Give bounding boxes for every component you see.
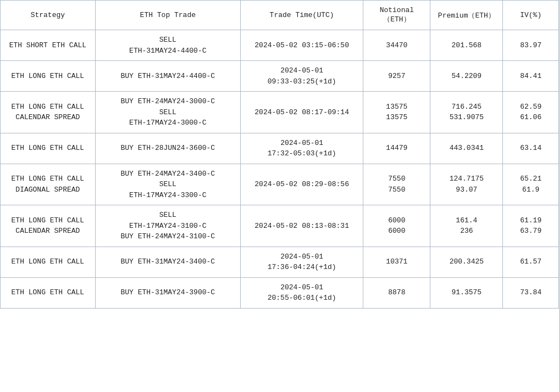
notional-cell: 10371 (363, 247, 430, 277)
time-cell: 2024-05-02 03:15-06:50 (240, 30, 363, 61)
time-cell: 2024-05-01 09:33-03:25(+1d) (240, 61, 363, 92)
premium-cell: 161.4236 (430, 205, 503, 247)
time-cell: 2024-05-02 08:13-08:31 (240, 205, 363, 247)
table-row: ETH LONG ETH CALLBUY ETH-31MAY24-4400-C2… (1, 61, 559, 92)
trade-cell: BUY ETH-31MAY24-3900-C (95, 277, 240, 308)
notional-cell: 8878 (363, 277, 430, 308)
table-row: ETH LONG ETH CALLBUY ETH-31MAY24-3900-C2… (1, 277, 559, 308)
iv-cell: 83.97 (503, 30, 559, 61)
iv-cell: 65.2161.9 (503, 164, 559, 205)
premium-cell: 200.3425 (430, 247, 503, 277)
trade-cell: SELLETH-31MAY24-4400-C (95, 30, 240, 61)
table-row: ETH LONG ETH CALLBUY ETH-31MAY24-3400-C2… (1, 247, 559, 277)
iv-cell: 63.14 (503, 133, 559, 164)
table-row: ETH SHORT ETH CALLSELLETH-31MAY24-4400-C… (1, 30, 559, 61)
premium-cell: 54.2209 (430, 61, 503, 92)
premium-cell: 201.568 (430, 30, 503, 61)
table-row: ETH LONG ETH CALLBUY ETH-28JUN24-3600-C2… (1, 133, 559, 164)
notional-cell: 75507550 (363, 164, 430, 205)
notional-cell: 34470 (363, 30, 430, 61)
trade-cell: SELLETH-17MAY24-3100-CBUY ETH-24MAY24-31… (95, 205, 240, 247)
notional-cell: 1357513575 (363, 92, 430, 133)
iv-cell: 61.57 (503, 247, 559, 277)
iv-cell: 73.84 (503, 277, 559, 308)
notional-cell: 60006000 (363, 205, 430, 247)
trade-cell: BUY ETH-31MAY24-4400-C (95, 61, 240, 92)
header-top-trade: ETH Top Trade (95, 1, 240, 30)
time-cell: 2024-05-02 08:17-09:14 (240, 92, 363, 133)
strategy-cell: ETH LONG ETH CALL (1, 277, 96, 308)
strategy-cell: ETH LONG ETH CALL DIAGONAL SPREAD (1, 164, 96, 205)
table-row: ETH LONG ETH CALL DIAGONAL SPREADBUY ETH… (1, 164, 559, 205)
strategy-cell: ETH LONG ETH CALL (1, 133, 96, 164)
header-premium: Premium（ETH） (430, 1, 503, 30)
time-cell: 2024-05-01 17:36-04:24(+1d) (240, 247, 363, 277)
header-iv: IV(%) (503, 1, 559, 30)
table-row: ETH LONG ETH CALL CALENDAR SPREADBUY ETH… (1, 92, 559, 133)
strategy-cell: ETH LONG ETH CALL (1, 61, 96, 92)
strategy-cell: ETH SHORT ETH CALL (1, 30, 96, 61)
strategy-cell: ETH LONG ETH CALL CALENDAR SPREAD (1, 92, 96, 133)
trade-cell: BUY ETH-24MAY24-3000-CSELLETH-17MAY24-30… (95, 92, 240, 133)
notional-cell: 14479 (363, 133, 430, 164)
iv-cell: 61.1963.79 (503, 205, 559, 247)
premium-cell: 443.0341 (430, 133, 503, 164)
trade-cell: BUY ETH-24MAY24-3400-CSELLETH-17MAY24-33… (95, 164, 240, 205)
notional-cell: 9257 (363, 61, 430, 92)
table-row: ETH LONG ETH CALL CALENDAR SPREADSELLETH… (1, 205, 559, 247)
time-cell: 2024-05-02 08:29-08:56 (240, 164, 363, 205)
trade-cell: BUY ETH-31MAY24-3400-C (95, 247, 240, 277)
time-cell: 2024-05-01 20:55-06:01(+1d) (240, 277, 363, 308)
trade-cell: BUY ETH-28JUN24-3600-C (95, 133, 240, 164)
header-trade-time: Trade Time(UTC) (240, 1, 363, 30)
premium-cell: 124.717593.07 (430, 164, 503, 205)
header-strategy: Strategy (1, 1, 96, 30)
strategy-cell: ETH LONG ETH CALL CALENDAR SPREAD (1, 205, 96, 247)
iv-cell: 84.41 (503, 61, 559, 92)
header-notional: Notional（ETH） (363, 1, 430, 30)
iv-cell: 62.5961.06 (503, 92, 559, 133)
premium-cell: 716.245531.9075 (430, 92, 503, 133)
strategy-cell: ETH LONG ETH CALL (1, 247, 96, 277)
premium-cell: 91.3575 (430, 277, 503, 308)
time-cell: 2024-05-01 17:32-05:03(+1d) (240, 133, 363, 164)
